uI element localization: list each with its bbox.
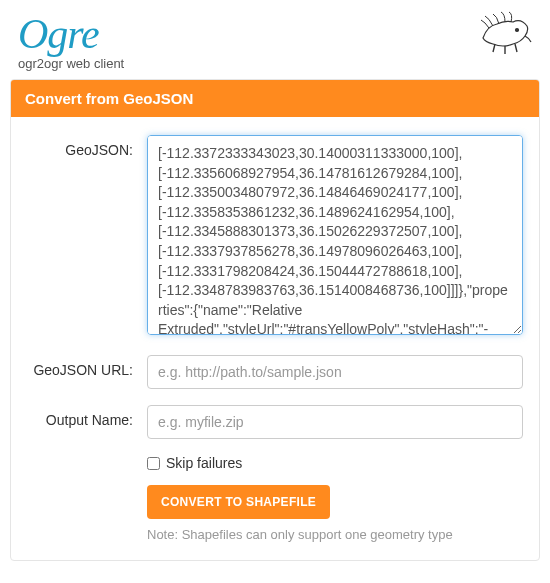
convert-button[interactable]: CONVERT TO SHAPEFILE — [147, 485, 330, 519]
panel-body: GeoJSON: GeoJSON URL: Output Name: Skip … — [11, 117, 539, 560]
subtitle: ogr2ogr web client — [18, 56, 532, 71]
geojson-row: GeoJSON: — [27, 135, 523, 339]
geojson-panel: Convert from GeoJSON GeoJSON: GeoJSON UR… — [10, 79, 540, 561]
skip-failures-row: Skip failures — [147, 455, 523, 471]
geojson-label: GeoJSON: — [27, 135, 147, 158]
output-name-label: Output Name: — [27, 405, 147, 428]
geojson-textarea[interactable] — [147, 135, 523, 335]
output-name-row: Output Name: — [27, 405, 523, 439]
output-name-input[interactable] — [147, 405, 523, 439]
geojson-url-row: GeoJSON URL: — [27, 355, 523, 389]
geometry-note: Note: Shapefiles can only support one ge… — [147, 527, 523, 542]
geojson-url-input[interactable] — [147, 355, 523, 389]
svg-point-0 — [516, 29, 519, 32]
page-header: Ogre ogr2ogr web client — [0, 0, 550, 79]
skip-failures-checkbox[interactable] — [147, 457, 160, 470]
skip-failures-label: Skip failures — [166, 455, 242, 471]
geojson-url-label: GeoJSON URL: — [27, 355, 147, 378]
panel-heading: Convert from GeoJSON — [11, 80, 539, 117]
logo: Ogre — [18, 10, 532, 58]
boar-icon — [475, 8, 535, 58]
